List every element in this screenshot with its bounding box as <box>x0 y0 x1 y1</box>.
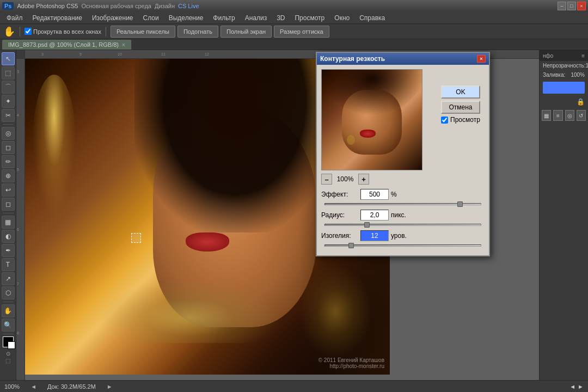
foreground-color[interactable] <box>3 336 14 347</box>
threshold-slider-thumb[interactable] <box>348 243 354 248</box>
cancel-button[interactable]: Отмена <box>441 101 480 114</box>
ok-button[interactable]: OK <box>441 85 480 99</box>
fill-row: Заливка: 100% <box>540 70 588 79</box>
dialog-titlebar: Контурная резкость × <box>317 53 489 65</box>
clone-tool[interactable]: ⊕ <box>2 169 15 182</box>
threshold-slider[interactable] <box>324 244 481 247</box>
nav-right-icon[interactable]: ► <box>578 383 584 390</box>
right-panel: нфо ≡ Непрозрачность: 100% Заливка: 100%… <box>539 50 588 380</box>
marquee-tool[interactable]: ⬚ <box>2 66 15 79</box>
shape-tool[interactable]: ⬡ <box>2 286 15 299</box>
menu-select[interactable]: Выделение <box>164 13 208 23</box>
dialog-title: Контурная резкость <box>320 55 385 63</box>
effect-slider[interactable] <box>324 203 481 205</box>
status-arrow-left[interactable]: ◄ <box>30 383 36 390</box>
title-bar: Ps Adobe Photoshop CS5 Основная рабочая … <box>0 0 588 12</box>
panel-header: нфо ≡ <box>540 50 588 61</box>
screen-mode-icon[interactable]: ⬚ <box>5 358 10 364</box>
hand-tool[interactable]: ✋ <box>2 304 15 317</box>
app-title: Adobe Photoshop CS5 <box>17 3 78 9</box>
menu-window[interactable]: Окно <box>330 13 354 23</box>
watermark: © 2011 Евгений Карташов http://photo-mon… <box>318 357 384 369</box>
effect-input[interactable] <box>360 189 389 200</box>
dialog-preview[interactable] <box>321 69 422 170</box>
print-size-button[interactable]: Размер оттиска <box>274 26 329 38</box>
menu-layers[interactable]: Слои <box>139 13 163 23</box>
eyedropper-tool[interactable]: ◎ <box>2 127 15 140</box>
zoom-minus-button[interactable]: – <box>321 174 332 185</box>
ps-logo: Ps <box>2 2 14 10</box>
minimize-button[interactable]: – <box>558 2 566 10</box>
brush-tool[interactable]: ✏ <box>2 155 15 168</box>
jewelry <box>299 264 372 359</box>
document-tab[interactable]: IMG_8873.psd @ 100% (Слой 1, RGB/8) × <box>2 40 131 50</box>
lock-icon-row: 🔒 <box>540 96 588 108</box>
tab-close-button[interactable]: × <box>122 42 125 48</box>
preview-checkbox[interactable] <box>441 117 448 124</box>
threshold-unit: уров. <box>391 232 407 240</box>
threshold-input[interactable] <box>360 230 389 241</box>
menu-help[interactable]: Справка <box>355 13 389 23</box>
radius-row: Радиус: пикс. <box>321 210 485 220</box>
gradient-tool[interactable]: ▦ <box>2 216 15 229</box>
channels-panel-icon[interactable]: ≡ <box>553 110 562 121</box>
fill-label: Заливка: <box>543 72 565 78</box>
radius-unit: пикс. <box>391 211 406 219</box>
path-select-tool[interactable]: ↗ <box>2 272 15 285</box>
menu-3d[interactable]: 3D <box>272 13 289 23</box>
menu-file[interactable]: Файл <box>2 13 27 23</box>
necklace <box>98 280 280 343</box>
tab-filename: IMG_8873.psd @ 100% (Слой 1, RGB/8) <box>8 41 119 48</box>
quick-mask-icon[interactable]: ⊙ <box>6 351 10 357</box>
dodge-tool[interactable]: ◐ <box>2 230 15 243</box>
zoom-value: 100% <box>335 175 355 183</box>
preview-checkbox-label: Просмотр <box>450 116 480 124</box>
panel-icon-row: ▦ ≡ ◎ ↺ <box>540 108 588 123</box>
tab-bar: IMG_8873.psd @ 100% (Слой 1, RGB/8) × <box>0 39 588 50</box>
radius-slider-thumb[interactable] <box>364 222 370 228</box>
quick-select-tool[interactable]: ✦ <box>2 95 15 108</box>
history-brush[interactable]: ↩ <box>2 183 15 197</box>
menu-analysis[interactable]: Анализ <box>241 13 272 23</box>
status-arrow-right[interactable]: ► <box>107 383 113 390</box>
full-screen-button[interactable]: Полный экран <box>220 26 272 38</box>
paths-panel-icon[interactable]: ◎ <box>565 110 574 121</box>
effect-slider-thumb[interactable] <box>457 201 463 207</box>
crop-tool[interactable]: ✂ <box>2 109 15 122</box>
maximize-button[interactable]: □ <box>567 2 576 10</box>
spot-heal-tool[interactable]: ◻ <box>2 141 15 154</box>
lasso-tool[interactable]: ⌒ <box>2 81 15 94</box>
dialog-buttons: OK Отмена Просмотр <box>441 85 480 128</box>
menu-edit[interactable]: Редактирование <box>28 13 87 23</box>
lips <box>186 232 229 252</box>
scroll-all-windows-check[interactable] <box>24 28 32 35</box>
radius-slider[interactable] <box>324 224 481 226</box>
panel-expand-icon[interactable]: ≡ <box>581 53 585 59</box>
dialog-close-button[interactable]: × <box>477 55 486 63</box>
opacity-row: Непрозрачность: 100% <box>540 61 588 70</box>
threshold-slider-row <box>321 244 485 247</box>
nav-left-icon[interactable]: ◄ <box>569 383 575 390</box>
move-tool[interactable]: ↖ <box>2 52 15 65</box>
eraser-tool[interactable]: ◻ <box>2 198 15 211</box>
fit-screen-button[interactable]: Подогнать <box>177 26 218 38</box>
layers-panel-icon[interactable]: ▦ <box>542 110 551 121</box>
history-panel-icon[interactable]: ↺ <box>577 110 586 121</box>
layer-item[interactable] <box>543 82 585 94</box>
preview-checkbox-row: Просмотр <box>441 116 480 124</box>
type-tool[interactable]: T <box>2 258 15 271</box>
radius-input[interactable] <box>360 210 389 220</box>
menu-image[interactable]: Изображение <box>88 13 138 23</box>
menu-view[interactable]: Просмотр <box>290 13 329 23</box>
lock-icon: 🔒 <box>577 98 585 106</box>
background-color[interactable] <box>8 341 15 349</box>
pen-tool[interactable]: ✒ <box>2 244 15 257</box>
nav-arrows[interactable]: ◄ ► <box>569 383 584 390</box>
title-bar-buttons: – □ × <box>558 2 586 10</box>
zoom-plus-button[interactable]: + <box>358 174 369 185</box>
effect-label: Эффект: <box>321 191 360 198</box>
close-button[interactable]: × <box>577 2 586 10</box>
menu-filter[interactable]: Фильтр <box>209 13 239 23</box>
actual-pixels-button[interactable]: Реальные пикселы <box>111 26 175 38</box>
zoom-tool[interactable]: 🔍 <box>2 318 15 332</box>
